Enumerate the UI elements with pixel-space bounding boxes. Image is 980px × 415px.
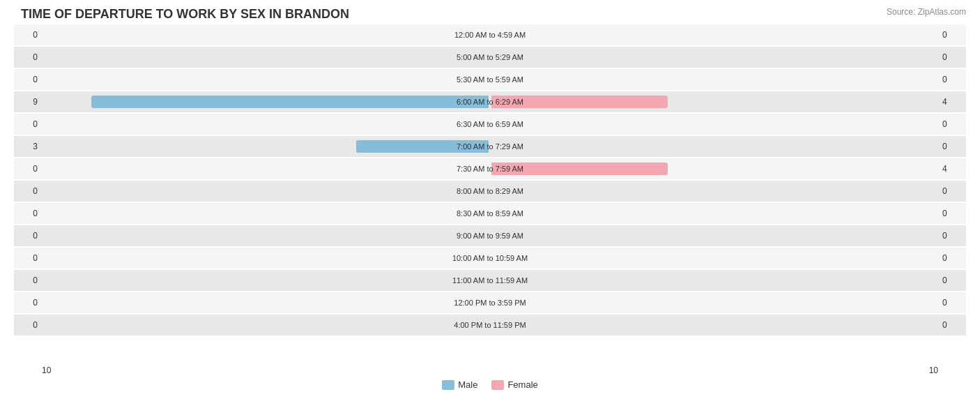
bars-section: 6:00 AM to 6:29 AM — [42, 91, 938, 112]
female-value: 0 — [938, 119, 966, 129]
bars-section: 12:00 PM to 3:59 PM — [42, 292, 938, 313]
female-bar-container — [490, 273, 938, 288]
chart-container: TIME OF DEPARTURE TO WORK BY SEX IN BRAN… — [0, 0, 980, 415]
male-bar-container — [42, 27, 490, 43]
male-bar-container — [42, 94, 490, 110]
chart-area: 0 12:00 AM to 4:59 AM 0 0 5:00 AM to 5:2… — [14, 24, 966, 363]
male-value: 0 — [14, 186, 42, 196]
male-bar-container — [42, 116, 490, 132]
legend-male-icon — [442, 380, 454, 390]
male-value: 9 — [14, 97, 42, 107]
male-bar-container — [42, 228, 490, 243]
male-bar-container — [42, 161, 490, 176]
female-bar-container — [490, 228, 938, 243]
chart-row: 0 7:30 AM to 7:59 AM 4 — [14, 158, 966, 179]
male-bar-container — [42, 295, 490, 310]
axis-right-label: 10 — [929, 365, 938, 375]
chart-row: 0 4:00 PM to 11:59 PM 0 — [14, 315, 966, 335]
chart-row: 0 12:00 AM to 4:59 AM 0 — [14, 24, 966, 45]
male-bar-container — [42, 206, 490, 221]
female-bar-container — [490, 72, 938, 87]
female-bar-container — [490, 161, 938, 176]
chart-row: 0 8:00 AM to 8:29 AM 0 — [14, 181, 966, 202]
axis-row: 10 10 — [14, 365, 966, 375]
chart-row: 0 9:00 AM to 9:59 AM 0 — [14, 225, 966, 246]
female-value: 0 — [938, 209, 966, 218]
male-value: 0 — [14, 30, 42, 40]
legend-female-label: Female — [507, 379, 537, 390]
female-value: 4 — [938, 164, 966, 174]
chart-row: 0 8:30 AM to 8:59 AM 0 — [14, 203, 966, 224]
male-bar — [91, 96, 489, 108]
bars-section: 12:00 AM to 4:59 AM — [42, 24, 938, 45]
male-bar-container — [42, 50, 490, 65]
male-bar-container — [42, 183, 490, 199]
bars-section: 8:30 AM to 8:59 AM — [42, 203, 938, 224]
bars-section: 6:30 AM to 6:59 AM — [42, 114, 938, 135]
male-value: 0 — [14, 164, 42, 174]
bars-section: 5:00 AM to 5:29 AM — [42, 47, 938, 68]
female-bar-container — [490, 116, 938, 132]
axis-left-label: 10 — [42, 365, 51, 375]
bars-section: 8:00 AM to 8:29 AM — [42, 181, 938, 202]
bars-section: 5:30 AM to 5:59 AM — [42, 69, 938, 90]
male-bar-container — [42, 317, 490, 333]
legend-female-icon — [491, 380, 504, 390]
chart-row: 0 5:30 AM to 5:59 AM 0 — [14, 69, 966, 90]
female-bar-container — [490, 50, 938, 65]
female-bar-container — [490, 206, 938, 221]
legend-male-label: Male — [458, 379, 477, 390]
male-value: 0 — [14, 209, 42, 218]
male-bar-container — [42, 250, 490, 266]
male-value: 0 — [14, 119, 42, 129]
male-bar-container — [42, 72, 490, 87]
male-value: 0 — [14, 276, 42, 285]
female-bar-container — [490, 317, 938, 333]
chart-row: 0 6:30 AM to 6:59 AM 0 — [14, 114, 966, 135]
chart-row: 0 5:00 AM to 5:29 AM 0 — [14, 47, 966, 68]
legend: Male Female — [14, 379, 966, 390]
chart-row: 0 10:00 AM to 10:59 AM 0 — [14, 248, 966, 269]
female-value: 0 — [938, 298, 966, 308]
female-bar-container — [490, 295, 938, 310]
male-value: 0 — [14, 253, 42, 263]
female-value: 0 — [938, 75, 966, 84]
legend-female: Female — [491, 379, 537, 390]
female-bar-container — [490, 250, 938, 266]
female-bar — [491, 163, 668, 175]
female-value: 0 — [938, 231, 966, 241]
male-bar-container — [42, 273, 490, 288]
male-bar-container — [42, 139, 490, 154]
male-value: 0 — [14, 298, 42, 308]
bars-section: 7:30 AM to 7:59 AM — [42, 158, 938, 179]
bars-section: 4:00 PM to 11:59 PM — [42, 315, 938, 335]
source-label: Source: ZipAtlas.com — [887, 7, 966, 17]
female-bar-container — [490, 183, 938, 199]
chart-title: TIME OF DEPARTURE TO WORK BY SEX IN BRAN… — [14, 7, 966, 22]
bars-section: 10:00 AM to 10:59 AM — [42, 248, 938, 269]
female-value: 0 — [938, 253, 966, 263]
male-value: 3 — [14, 142, 42, 151]
bars-section: 9:00 AM to 9:59 AM — [42, 225, 938, 246]
female-value: 0 — [938, 30, 966, 40]
female-bar-container — [490, 94, 938, 110]
male-value: 0 — [14, 75, 42, 84]
female-bar-container — [490, 139, 938, 154]
bars-section: 7:00 AM to 7:29 AM — [42, 136, 938, 157]
female-bar-container — [490, 27, 938, 43]
male-value: 0 — [14, 320, 42, 330]
male-bar — [356, 140, 489, 153]
female-value: 0 — [938, 320, 966, 330]
female-bar — [491, 96, 668, 108]
chart-row: 3 7:00 AM to 7:29 AM 0 — [14, 136, 966, 157]
chart-row: 0 11:00 AM to 11:59 AM 0 — [14, 270, 966, 291]
female-value: 0 — [938, 276, 966, 285]
chart-row: 9 6:00 AM to 6:29 AM 4 — [14, 91, 966, 112]
female-value: 0 — [938, 52, 966, 62]
female-value: 0 — [938, 186, 966, 196]
legend-male: Male — [442, 379, 477, 390]
bars-section: 11:00 AM to 11:59 AM — [42, 270, 938, 291]
male-value: 0 — [14, 52, 42, 62]
chart-row: 0 12:00 PM to 3:59 PM 0 — [14, 292, 966, 313]
female-value: 4 — [938, 97, 966, 107]
